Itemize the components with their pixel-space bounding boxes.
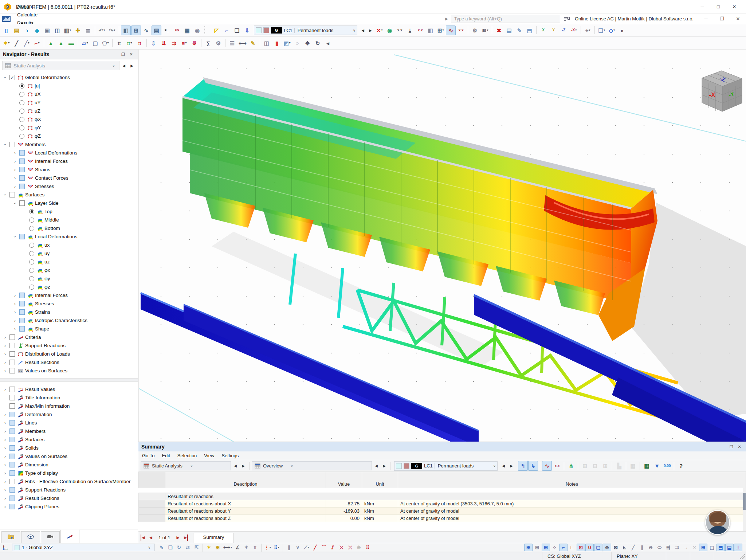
ortho-mode-icon[interactable]: ▢ [594, 544, 602, 551]
result-values-icon[interactable]: x.x [415, 26, 425, 35]
results-navigator-icon[interactable]: ▤ [152, 26, 161, 35]
tree-chevron-icon[interactable]: › [2, 454, 8, 459]
calculation-abacus-icon[interactable]: ≋▾ [480, 26, 490, 35]
intersect-lines-icon[interactable]: ⤫ [337, 544, 346, 551]
tree-item-strains[interactable]: ›Strains [0, 308, 138, 316]
tree-item-ux[interactable]: ux [0, 241, 138, 249]
tree-chevron-icon[interactable]: › [2, 368, 8, 373]
apply-load-icon[interactable]: ⇩ [242, 26, 252, 35]
tree-checkbox[interactable] [9, 428, 15, 434]
close-panel-icon[interactable]: ✕ [127, 51, 135, 58]
cell-unit[interactable]: kNm [362, 500, 398, 508]
surface-support-icon[interactable]: ▬ [66, 38, 76, 48]
tree-item-stresses[interactable]: ›Stresses [0, 182, 138, 191]
tab-data[interactable] [1, 531, 20, 543]
summary-menu-settings[interactable]: Settings [218, 452, 242, 459]
search-icon[interactable] [563, 16, 570, 22]
dimensions-icon[interactable]: ⟷ [237, 38, 248, 48]
close-summary-icon[interactable]: ✕ [736, 443, 743, 450]
dlubal-cloud-icon[interactable]: ◑ [22, 26, 32, 35]
dot-pattern-snap-icon[interactable]: ⁙ [690, 544, 699, 551]
tree-item-z[interactable]: φz [0, 283, 138, 291]
snap-grid-visible-icon[interactable]: ⊞ [542, 544, 550, 551]
tree-chevron-icon[interactable]: › [2, 471, 8, 476]
pin-display-icon[interactable]: ⊥ [734, 544, 742, 551]
tree-item-y[interactable]: φy [0, 274, 138, 283]
summary-prev-loadcase-button[interactable]: ◀ [500, 462, 507, 470]
result-grid-icon[interactable]: ⊞▾ [436, 26, 445, 35]
tree-chevron-icon[interactable]: › [2, 429, 8, 434]
tree-radio[interactable] [19, 117, 24, 122]
new-load-case-icon[interactable]: ⇩ [149, 38, 158, 48]
snap-guides-visible-icon[interactable]: ⌐ [559, 544, 568, 551]
tree-checkbox[interactable] [19, 318, 25, 323]
insert-opening-icon[interactable]: ▢ [90, 38, 100, 48]
show-values-icon[interactable]: x.x [552, 461, 562, 471]
spreadsheet-icon[interactable]: ▦ [182, 26, 192, 35]
summary-view-select[interactable]: Overview ∨ [252, 461, 372, 470]
tree-item-support-reactions[interactable]: ›Support Reactions [0, 341, 138, 350]
next-load-case-button[interactable]: ▶ [367, 26, 374, 35]
work-plane-icon[interactable]: ◇▾ [607, 26, 617, 35]
tree-chevron-icon[interactable]: › [2, 360, 8, 365]
member-load-icon[interactable]: ⇉ [169, 38, 179, 48]
insert-member-icon[interactable]: ╱▾ [22, 38, 32, 48]
tree-item-local-deformations[interactable]: ›Local Deformations [0, 232, 138, 241]
table-row[interactable]: Resultant of reactions about Z0.00kNmAt … [139, 515, 746, 522]
previous-load-case-button[interactable]: ◀ [359, 26, 366, 35]
tree-radio[interactable] [29, 259, 34, 265]
tree-chevron-icon[interactable]: › [2, 412, 8, 417]
tree-chevron-icon[interactable]: › [12, 234, 17, 240]
tree-item-result-sections[interactable]: ›Result Sections [0, 494, 138, 502]
tree-checkbox[interactable] [19, 175, 25, 181]
tree-chevron-icon[interactable]: › [2, 437, 8, 442]
tree-item-local-deformations[interactable]: ›Local Deformations [0, 149, 138, 157]
new-model-icon[interactable]: ▯ [1, 26, 11, 35]
tree-chevron-icon[interactable]: › [12, 167, 18, 172]
annotations-icon[interactable]: ✎ [248, 38, 258, 48]
tree-radio[interactable] [29, 218, 34, 223]
tree-item-solids[interactable]: ›Solids [0, 444, 138, 452]
line-snap-icon[interactable]: ╱ [629, 544, 637, 551]
summary-analysis-select[interactable]: Static Analysis ∨ [141, 461, 231, 470]
tree-radio[interactable] [29, 226, 34, 231]
table-row[interactable]: Resultant of reactions about Y-169.83kNm… [139, 508, 746, 515]
coordinate-system-select[interactable]: 1 - Global XYZ ∨ [12, 544, 155, 551]
cell-unit[interactable]: kNm [362, 508, 398, 515]
divide-line-icon[interactable]: ⤬ [346, 544, 354, 551]
summary-prev-view-button[interactable]: ◀ [373, 462, 380, 470]
redo-icon[interactable]: ↷▾ [107, 26, 117, 35]
cell-notes[interactable]: At center of gravity of model [398, 508, 746, 515]
tree-chevron-icon[interactable]: › [2, 462, 8, 467]
hierarchy-view-icon[interactable]: ⋔ [566, 461, 576, 471]
tree-item-clipping-planes[interactable]: ›Clipping Planes [0, 502, 138, 511]
tree-checkbox[interactable] [9, 462, 15, 467]
isometric-view-icon[interactable]: ⬓ [504, 26, 514, 35]
snap-grid-point-icon[interactable]: ⊞ [213, 544, 222, 551]
tree-chevron-icon[interactable]: › [2, 420, 8, 426]
tree-checkbox[interactable] [9, 445, 15, 451]
view-minus-x-icon[interactable]: -X▾ [569, 26, 579, 35]
double-arrow-snap-icon[interactable]: ⇉ [673, 544, 681, 551]
tree-radio[interactable] [19, 109, 24, 114]
tree-item-type-of-display[interactable]: ›Type of display [0, 469, 138, 477]
tree-item-title-information[interactable]: Title Information [0, 393, 138, 402]
calculate-all-icon[interactable]: ∑ [203, 38, 213, 48]
tree-item-bottom[interactable]: Bottom [0, 224, 138, 232]
tree-radio[interactable] [29, 209, 34, 214]
tree-chevron-icon[interactable]: › [12, 159, 18, 164]
cancel-zoom-icon[interactable]: ✖ [494, 26, 504, 35]
tree-item-dimension[interactable]: ›Dimension [0, 461, 138, 469]
tree-item-shape[interactable]: ›Shape [0, 325, 138, 333]
tree-checkbox[interactable] [19, 301, 25, 306]
tree-item-global-deformations[interactable]: ›✓Global Deformations [0, 73, 138, 82]
tree-checkbox[interactable] [9, 334, 15, 340]
export-excel-icon[interactable]: ▦ [642, 461, 652, 471]
toolbar-overflow-icon[interactable]: » [617, 26, 627, 35]
tree-checkbox[interactable] [9, 454, 15, 459]
render-mode-icon[interactable]: ◩▾ [282, 38, 292, 48]
cell-value[interactable]: -169.83 [326, 508, 362, 515]
tree-chevron-icon[interactable]: › [2, 479, 8, 484]
tree-chevron-icon[interactable]: › [12, 318, 18, 323]
tables-panel-icon[interactable]: ⊞ [131, 26, 141, 35]
